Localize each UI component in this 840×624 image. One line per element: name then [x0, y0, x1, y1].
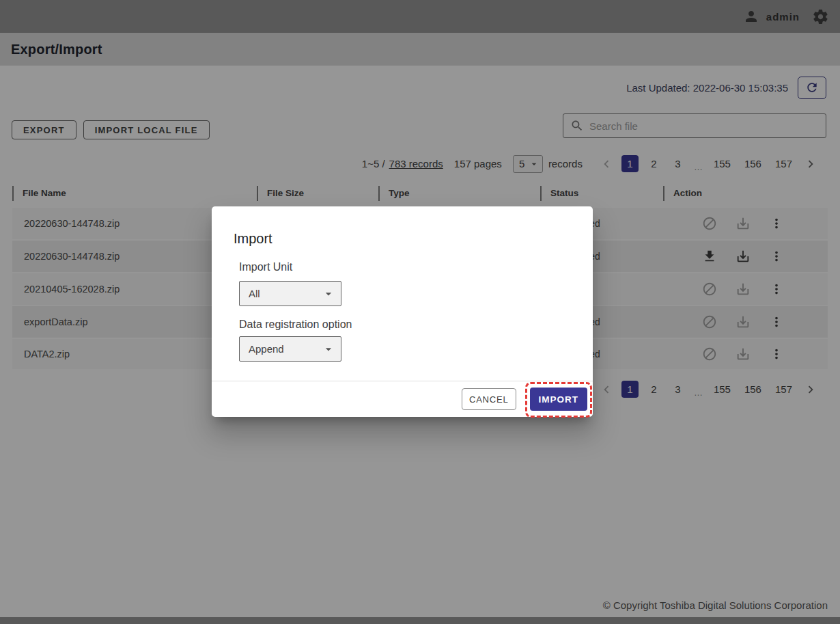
- import-unit-value: All: [249, 288, 260, 299]
- data-registration-value: Append: [249, 343, 284, 355]
- dialog-footer: CANCEL IMPORT: [212, 381, 593, 417]
- dropdown-arrow-icon: [322, 287, 335, 301]
- import-dialog: Import Import Unit All Data registration…: [212, 206, 593, 417]
- import-unit-label: Import Unit: [239, 261, 593, 273]
- dialog-title: Import: [212, 206, 593, 247]
- dropdown-arrow-icon: [322, 342, 335, 356]
- cancel-button[interactable]: CANCEL: [462, 388, 516, 410]
- app-screen: admin Export/Import Last Updated: 2022-0…: [0, 0, 840, 624]
- data-registration-select[interactable]: Append: [239, 336, 341, 362]
- data-registration-label: Data registration option: [239, 318, 593, 331]
- import-button[interactable]: IMPORT: [530, 388, 588, 411]
- import-unit-select[interactable]: All: [239, 281, 341, 306]
